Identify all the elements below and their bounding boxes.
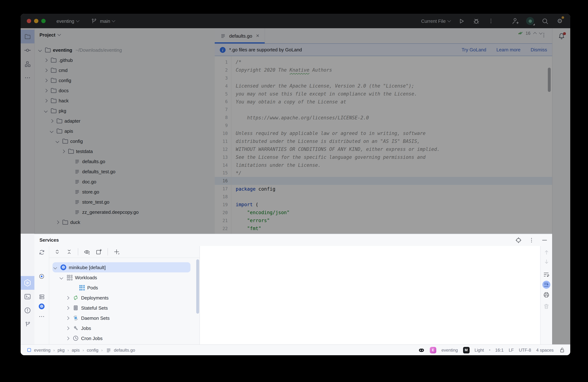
tree-item-store-test-go[interactable]: store_test.go [34,197,215,207]
banner-link-dismiss[interactable]: Dismiss [531,47,547,53]
editor-options-button[interactable] [541,32,552,40]
lock-icon[interactable] [559,347,565,353]
project-panel-header[interactable]: Project [34,28,215,41]
tool-window-problems-button[interactable] [21,304,34,317]
indent-widget[interactable]: 4 spaces [536,347,554,353]
editor-tab-defaults-go[interactable]: defaults.go ✕ [215,28,265,43]
inspections-widget[interactable]: ✔✔ 16 [518,31,542,36]
tree-item-config[interactable]: config [34,75,215,85]
banner-link-learn-more[interactable]: Learn more [496,47,521,53]
services-item-pods[interactable]: Pods [49,283,199,293]
chevron-right-icon[interactable] [50,119,53,123]
chevron-right-icon[interactable] [44,78,48,82]
breadcrumb-item-eventing[interactable]: eventing [26,347,50,353]
branch-widget[interactable]: main [90,17,115,25]
chevron-right-icon[interactable] [44,99,48,102]
more-tool-windows-button[interactable] [21,71,34,85]
tree-item-eventing[interactable]: eventing~/Downloads/eventing [34,45,215,55]
services-item-stateful-sets[interactable]: Stateful Sets [49,303,199,313]
print-button[interactable] [543,292,550,298]
avatar[interactable] [526,17,534,25]
encoding-widget[interactable]: UTF-8 [519,347,531,353]
chevron-down-icon[interactable] [56,139,59,143]
code-with-me-button[interactable] [511,17,519,25]
search-everywhere-button[interactable] [541,17,549,25]
more-actions-button[interactable] [487,17,495,25]
soft-wrap-button[interactable] [543,271,550,278]
services-item-workloads[interactable]: Workloads [49,272,199,283]
line-separator-widget[interactable]: LF [509,347,514,353]
tree-item-defaults-go[interactable]: defaults.go [34,156,215,166]
tool-window-project-button[interactable] [21,30,34,43]
tree-item-testdata[interactable]: testdata [34,146,215,156]
breadcrumb-item-apis[interactable]: apis [72,347,80,353]
chevron-down-icon[interactable] [44,109,48,113]
minikube-badge[interactable]: M [463,347,469,353]
services-item-jobs[interactable]: Jobs [49,323,199,333]
services-options-button[interactable] [528,237,535,243]
tree-item-config[interactable]: config [34,136,215,146]
theme-widget[interactable]: Light [475,347,484,353]
chevron-right-icon[interactable] [66,326,69,330]
maximize-window-button[interactable] [41,19,46,23]
tool-window-git-button[interactable] [21,317,34,331]
tree-item-docs[interactable]: docs [34,85,215,96]
services-item-minikube-default-[interactable]: ☸minikube [default] [49,262,199,272]
chevron-down-icon[interactable] [50,129,53,133]
tool-window-services-button[interactable] [21,276,34,290]
settings-button[interactable]: ⚙ [556,17,564,25]
kubernetes-icon[interactable]: ☸ [34,304,49,309]
breadcrumb-item-defaults-go[interactable]: defaults.go [105,347,135,353]
collapse-all-button[interactable] [66,248,72,255]
chevron-right-icon[interactable] [56,220,59,224]
caret-position-widget[interactable]: 16:1 [495,347,504,353]
refresh-button[interactable] [34,249,49,256]
tool-window-structure-button[interactable] [21,57,34,71]
chevron-right-icon[interactable] [61,149,65,153]
tree-item-store-go[interactable]: store.go [34,187,215,197]
tree-item-defaults-test-go[interactable]: defaults_test.go [34,166,215,176]
tree-item-pkg[interactable]: pkg [34,106,215,116]
services-item-cron-jobs[interactable]: Cron Jobs [49,333,199,343]
debug-button[interactable] [472,17,480,25]
next-problem-icon[interactable] [539,31,543,35]
tree-item--github[interactable]: .github [34,55,215,65]
env-name[interactable]: eventing [441,347,458,353]
code-editor[interactable]: 1/*2Copyright 2020 The Knative Authors34… [215,56,552,234]
tree-item-duck[interactable]: duck [34,217,215,227]
expand-all-button[interactable] [54,248,61,255]
view-options-button[interactable] [84,248,90,255]
chevron-right-icon[interactable] [44,58,48,62]
chevron-right-icon[interactable] [66,306,69,310]
breadcrumb-item-pkg[interactable]: pkg [58,347,65,353]
chevron-right-icon[interactable] [44,89,48,92]
services-tree-scrollbar[interactable] [196,259,199,314]
tool-window-terminal-button[interactable] [21,290,34,304]
minimize-window-button[interactable] [34,19,38,23]
services-item-daemon-sets[interactable]: Daemon Sets [49,313,199,323]
add-service-button[interactable] [113,248,120,255]
project-widget[interactable]: eventing [57,18,79,24]
env-badge[interactable]: E [430,347,436,353]
tree-item-zz-generated-deepcopy-go[interactable]: zz_generated.deepcopy.go [34,207,215,217]
services-item-deployments[interactable]: Deployments [49,293,199,303]
hide-panel-button[interactable] [541,237,548,243]
services-view-target-icon[interactable] [34,273,49,280]
services-list-icon[interactable] [34,294,49,300]
copilot-icon[interactable] [418,347,425,353]
crosshair-icon[interactable] [515,237,522,243]
clear-button[interactable] [543,303,550,310]
banner-link-try-goland[interactable]: Try GoLand [462,47,486,53]
chevron-right-icon[interactable] [66,316,69,320]
chevron-right-icon[interactable] [66,336,69,340]
scroll-to-end-button[interactable] [542,281,550,289]
close-tab-icon[interactable]: ✕ [256,33,259,38]
close-window-button[interactable] [27,19,31,23]
tool-window-commit-button[interactable] [21,43,34,57]
chevron-down-icon[interactable] [53,266,57,269]
editor-scrollbar[interactable] [548,68,551,92]
down-arrow-icon[interactable] [543,258,550,265]
chevron-right-icon[interactable] [44,68,48,72]
run-button[interactable] [457,17,465,25]
open-in-new-tab-button[interactable] [96,248,102,255]
